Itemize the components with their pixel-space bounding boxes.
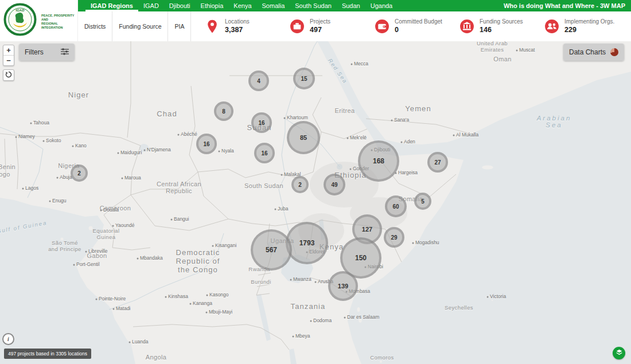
tab-sudan[interactable]: Sudan bbox=[337, 0, 365, 11]
tab-kenya[interactable]: Kenya bbox=[228, 0, 256, 11]
city-label-victoria: Victoria bbox=[490, 293, 506, 299]
cluster-marker[interactable]: 15 bbox=[293, 68, 315, 89]
data-charts-button[interactable]: Data Charts bbox=[563, 44, 624, 61]
cluster-marker[interactable]: 139 bbox=[328, 271, 358, 301]
cluster-marker[interactable]: 2 bbox=[291, 176, 309, 193]
status-badge: 497 projects based in 3305 locations bbox=[4, 349, 91, 359]
map-label-chad: Chad bbox=[157, 109, 177, 118]
cluster-marker[interactable]: 16 bbox=[254, 143, 275, 163]
city-dot bbox=[391, 120, 393, 122]
city-label-mogadishu: Mogadishu bbox=[415, 240, 439, 245]
city-label-douala: Douala bbox=[103, 207, 119, 213]
city-label-luanda: Luanda bbox=[132, 339, 148, 345]
city-dot bbox=[315, 281, 317, 283]
city-label-maroua: Maroua bbox=[124, 175, 141, 181]
cluster-marker[interactable]: 2 bbox=[71, 165, 88, 182]
cluster-marker[interactable]: 5 bbox=[414, 193, 431, 210]
city-label-ab-ch: Abéché bbox=[181, 131, 197, 137]
city-dot bbox=[43, 140, 45, 142]
cluster-marker[interactable]: 4 bbox=[248, 71, 269, 91]
city-label-mbuji-mayi: Mbuji-Mayi bbox=[209, 309, 232, 315]
city-dot bbox=[401, 142, 403, 143]
city-label-aden: Aden bbox=[404, 139, 415, 144]
city-label-sana-a: Sana'a bbox=[394, 117, 409, 123]
stat-committed-budget: Committed Budget0 bbox=[375, 11, 459, 41]
basemap-layers-button[interactable] bbox=[613, 347, 625, 359]
data-charts-label: Data Charts bbox=[569, 48, 606, 56]
city-dot bbox=[57, 177, 59, 179]
city-dot bbox=[22, 188, 24, 190]
zoom-in-button[interactable]: + bbox=[3, 45, 14, 55]
tab-uganda[interactable]: Uganda bbox=[365, 0, 398, 11]
city-label-lagos: Lagos bbox=[25, 185, 38, 191]
stat-value: 0 bbox=[395, 25, 442, 34]
filter-pia[interactable]: PIA bbox=[168, 11, 191, 41]
tab-igad-regions[interactable]: IGAD Regions bbox=[85, 0, 138, 11]
city-dot bbox=[275, 209, 276, 210]
region-tabs: IGAD RegionsIGADDjiboutiEthiopiaKenyaSom… bbox=[85, 0, 398, 11]
stat-value: 229 bbox=[564, 25, 614, 34]
budget-icon bbox=[375, 19, 389, 34]
city-dot bbox=[347, 138, 349, 139]
cluster-marker[interactable]: 8 bbox=[214, 101, 233, 121]
cluster-marker[interactable]: 16 bbox=[196, 134, 217, 154]
cluster-marker[interactable]: 29 bbox=[384, 227, 404, 248]
cluster-marker[interactable]: 168 bbox=[358, 140, 399, 182]
map-label-arabian-sea: Arabian Sea bbox=[537, 115, 572, 128]
city-dot bbox=[310, 320, 312, 322]
city-dot bbox=[178, 134, 180, 136]
city-dot bbox=[15, 136, 17, 138]
city-label-dodoma: Dodoma bbox=[313, 318, 332, 323]
stat-label: Implementing Orgs. bbox=[564, 18, 614, 25]
cluster-marker[interactable]: 27 bbox=[427, 152, 448, 173]
cluster-marker[interactable]: 567 bbox=[251, 229, 292, 271]
zoom-control: + − bbox=[3, 45, 14, 66]
bank-icon bbox=[459, 19, 474, 34]
tab-djibouti[interactable]: Djibouti bbox=[164, 0, 196, 11]
cluster-marker[interactable]: 85 bbox=[287, 121, 320, 154]
map-pin-icon bbox=[205, 19, 220, 34]
tab-ethiopia[interactable]: Ethiopia bbox=[196, 0, 229, 11]
city-dot bbox=[96, 299, 98, 300]
cluster-marker[interactable]: 49 bbox=[324, 174, 345, 195]
page-title: Who is doing What and Where - 3W MAP bbox=[504, 0, 631, 11]
cluster-marker[interactable]: 1793 bbox=[286, 222, 328, 264]
filter-districts[interactable]: Districts bbox=[77, 11, 112, 41]
tab-south-sudan[interactable]: South Sudan bbox=[290, 0, 337, 11]
map-label-burundi: Burundi bbox=[251, 279, 271, 285]
map-label-s-o-tom-and-principe: São Tomé and Principe bbox=[48, 240, 81, 252]
sliders-icon bbox=[61, 48, 69, 57]
summary-stats: Locations3,387Projects497Committed Budge… bbox=[205, 11, 629, 41]
city-label-sokoto: Sokoto bbox=[46, 138, 61, 143]
tab-igad[interactable]: IGAD bbox=[138, 0, 164, 11]
stat-projects: Projects497 bbox=[290, 11, 375, 41]
map-label-united-arab-emirates: United Arab Emirates bbox=[477, 41, 508, 53]
map-canvas[interactable]: NigerChadSudanEritreaYemenOmanUnited Ara… bbox=[0, 41, 631, 364]
3w-map-app: IGAD PEACE, PROSPERITY AND REGIONAL INTE… bbox=[0, 0, 631, 364]
refresh-icon bbox=[5, 70, 12, 80]
reset-view-button[interactable] bbox=[3, 69, 14, 81]
city-label-muscat: Muscat bbox=[519, 47, 535, 53]
city-label-yaound: Yaoundé bbox=[115, 222, 134, 228]
city-label-mek-el: Mek'elē bbox=[350, 135, 367, 140]
map-label-gulf-of-guinea: Gulf of Guinea bbox=[0, 220, 48, 234]
city-label-libreville: Libreville bbox=[88, 248, 108, 254]
city-dot bbox=[49, 201, 51, 202]
city-dot bbox=[206, 312, 208, 314]
tab-somalia[interactable]: Somalia bbox=[257, 0, 290, 11]
stat-value: 146 bbox=[480, 25, 523, 34]
city-label-niamey: Niamey bbox=[18, 134, 35, 139]
city-dot bbox=[137, 258, 139, 260]
city-dot bbox=[412, 242, 414, 244]
city-dot bbox=[284, 118, 286, 119]
filters-button[interactable]: Filters bbox=[19, 44, 75, 61]
cluster-marker[interactable]: 16 bbox=[251, 112, 272, 133]
city-dot bbox=[487, 296, 489, 298]
cluster-marker[interactable]: 60 bbox=[385, 195, 407, 217]
filter-funding-source[interactable]: Funding Source bbox=[112, 11, 168, 41]
top-navigation: IGAD RegionsIGADDjiboutiEthiopiaKenyaSom… bbox=[77, 0, 631, 11]
city-label-kano: Kano bbox=[75, 143, 87, 148]
zoom-out-button[interactable]: − bbox=[3, 55, 14, 65]
info-button[interactable]: i bbox=[2, 333, 14, 345]
city-dot bbox=[207, 295, 208, 296]
